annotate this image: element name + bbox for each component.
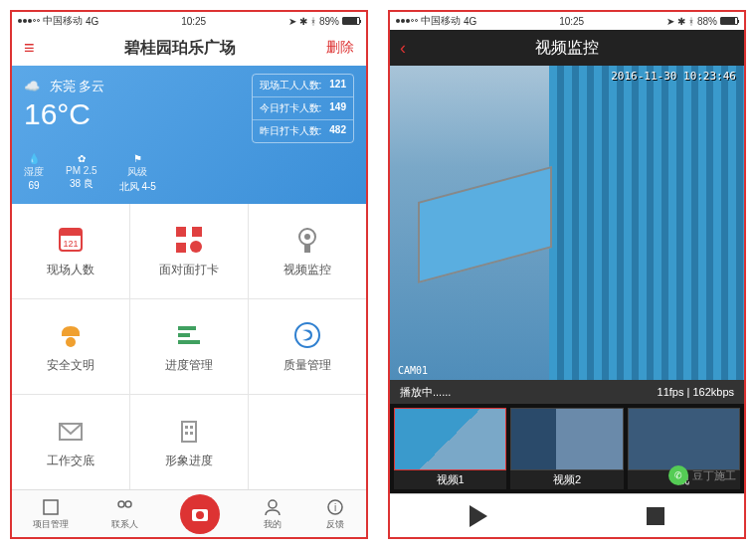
- battery-pct: 88%: [697, 16, 717, 27]
- page-title: 视频监控: [535, 38, 599, 59]
- battery-pct: 89%: [319, 16, 339, 27]
- page-title: 碧桂园珀乐广场: [124, 38, 236, 59]
- svg-rect-4: [192, 227, 202, 237]
- svg-rect-18: [190, 426, 193, 429]
- video-timestamp: 2016-11-30 10:23:46: [611, 70, 736, 83]
- tab-mine[interactable]: 我的: [263, 497, 283, 531]
- worker-stats: 现场工人人数:121 今日打卡人数:149 昨日打卡人数:482: [252, 74, 354, 143]
- signal-dots-icon: [18, 19, 40, 23]
- svg-rect-5: [176, 243, 186, 253]
- svg-point-10: [66, 337, 76, 347]
- svg-point-6: [190, 241, 202, 253]
- thumb-video1[interactable]: 视频1: [394, 408, 506, 489]
- bluetooth-icon: ᚼ: [310, 16, 316, 27]
- svg-rect-12: [178, 333, 190, 337]
- stat-row: 昨日打卡人数:482: [253, 120, 353, 142]
- weather-panel: ☁️ 东莞 多云 16°C 现场工人人数:121 今日打卡人数:149 昨日打卡…: [12, 66, 366, 204]
- wechat-icon: ✆: [668, 465, 688, 485]
- svg-rect-3: [176, 227, 186, 237]
- weather-location: 东莞 多云: [50, 79, 105, 93]
- video-viewport[interactable]: 2016-11-30 10:23:46 CAM01 播放中...... 11fp…: [390, 66, 744, 404]
- weather-icon: ☁️: [24, 79, 40, 93]
- grid-video[interactable]: 视频监控: [249, 204, 366, 298]
- playback-info: 11fps | 162kbps: [658, 386, 734, 398]
- wind-metric: ⚑风级北风 4-5: [119, 153, 156, 194]
- svg-rect-9: [304, 245, 310, 253]
- svg-rect-11: [178, 326, 196, 330]
- clock-label: 10:25: [181, 16, 206, 27]
- svg-rect-21: [44, 500, 58, 514]
- svg-point-26: [269, 500, 277, 508]
- playback-status: 播放中......: [400, 385, 451, 400]
- phone-left: 中国移动 4G 10:25 ➤ ✱ ᚼ 89% ≡ 碧桂园珀乐广场 删除 ☁️ …: [10, 10, 368, 539]
- clock-label: 10:25: [559, 16, 584, 27]
- grid-image-progress[interactable]: 形象进度: [130, 395, 248, 489]
- nav-bar: ≡ 碧桂园珀乐广场 删除: [12, 30, 366, 66]
- signal-dots-icon: [396, 19, 418, 23]
- back-button[interactable]: ‹: [400, 38, 406, 59]
- svg-rect-20: [190, 432, 193, 435]
- battery-icon: [720, 17, 738, 25]
- stop-button[interactable]: [647, 507, 664, 525]
- svg-rect-17: [185, 426, 188, 429]
- bluetooth-icon: ᚼ: [688, 16, 694, 27]
- grid-empty: [249, 395, 366, 489]
- svg-point-23: [125, 501, 131, 507]
- phone-right: 中国移动 4G 10:25 ➤ ✱ ᚼ 88% ‹ 视频监控 2016-11-3…: [388, 10, 746, 539]
- grid-progress[interactable]: 进度管理: [130, 299, 248, 394]
- svg-text:121: 121: [63, 239, 78, 249]
- humidity-metric: 💧湿度69: [24, 153, 44, 194]
- grid-checkin[interactable]: 面对面打卡: [130, 204, 248, 298]
- stat-row: 今日打卡人数:149: [253, 97, 353, 120]
- network-label: 4G: [86, 16, 98, 27]
- camera-button[interactable]: [180, 494, 220, 534]
- svg-rect-13: [178, 340, 200, 344]
- tab-bar: 项目管理 联系人 我的 i反馈: [12, 489, 366, 537]
- grid-workers[interactable]: 121现场人数: [12, 204, 129, 298]
- camera-id: CAM01: [398, 365, 428, 376]
- tab-projects[interactable]: 项目管理: [33, 497, 69, 531]
- pm25-metric: ✿PM 2.538 良: [66, 153, 97, 194]
- svg-point-25: [196, 511, 204, 519]
- stat-row: 现场工人人数:121: [253, 75, 353, 97]
- carrier-label: 中国移动: [43, 14, 83, 28]
- weather-temp: 16°C: [24, 97, 104, 131]
- nav-bar: ‹ 视频监控: [390, 30, 744, 66]
- grid-quality[interactable]: 质量管理: [249, 299, 366, 394]
- feature-grid: 121现场人数 面对面打卡 视频监控 安全文明 进度管理 质量管理 工作交底 形…: [12, 204, 366, 489]
- playback-controls: ✆ 豆丁施工: [390, 493, 744, 537]
- svg-rect-1: [60, 229, 82, 236]
- carrier-label: 中国移动: [421, 14, 461, 28]
- tab-feedback[interactable]: i反馈: [325, 497, 345, 531]
- location-icon: ➤: [288, 16, 296, 27]
- grid-handover[interactable]: 工作交底: [12, 395, 129, 489]
- watermark: ✆ 豆丁施工: [668, 465, 736, 485]
- delete-button[interactable]: 删除: [326, 39, 354, 57]
- thumb-video2[interactable]: 视频2: [510, 408, 623, 489]
- network-label: 4G: [464, 16, 476, 27]
- battery-icon: [342, 17, 360, 25]
- status-bar: 中国移动 4G 10:25 ➤ ✱ ᚼ 89%: [12, 12, 366, 30]
- svg-rect-19: [185, 432, 188, 435]
- svg-point-8: [304, 234, 310, 240]
- svg-point-22: [118, 501, 124, 507]
- svg-rect-16: [182, 422, 196, 442]
- location-icon: ➤: [666, 16, 674, 27]
- tab-contacts[interactable]: 联系人: [111, 497, 138, 531]
- grid-safety[interactable]: 安全文明: [12, 299, 129, 394]
- svg-point-14: [295, 323, 319, 347]
- play-button[interactable]: [470, 505, 487, 527]
- svg-text:i: i: [334, 502, 336, 513]
- menu-icon[interactable]: ≡: [24, 38, 35, 59]
- status-bar: 中国移动 4G 10:25 ➤ ✱ ᚼ 88%: [390, 12, 744, 30]
